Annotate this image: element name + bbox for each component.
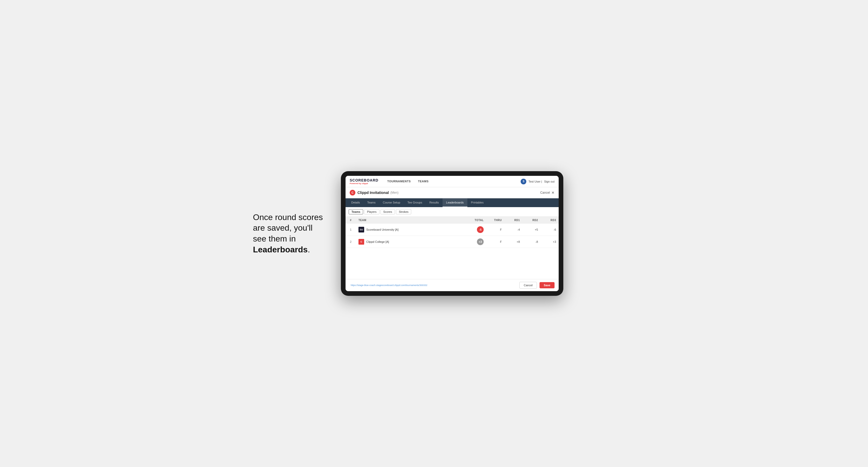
col-rd3: RD3 bbox=[540, 217, 559, 224]
rd1-cell: -4 bbox=[504, 224, 523, 236]
filter-players[interactable]: Players bbox=[364, 209, 379, 214]
rd2-cell: +5 bbox=[523, 224, 540, 236]
score-badge: +3 bbox=[477, 239, 484, 245]
tab-details[interactable]: Details bbox=[348, 198, 364, 207]
cancel-button[interactable]: Cancel bbox=[519, 282, 537, 288]
rd2-cell: -8 bbox=[523, 236, 540, 248]
cancel-header-button[interactable]: Cancel ✕ bbox=[540, 191, 555, 195]
logo-area: SCOREBOARD Powered by clippd bbox=[350, 178, 378, 185]
leaderboards-highlight: Leaderboards bbox=[253, 245, 308, 254]
tab-results[interactable]: Results bbox=[426, 198, 442, 207]
rd1-cell: +8 bbox=[504, 236, 523, 248]
col-hash: # bbox=[345, 217, 356, 224]
tab-leaderboards[interactable]: Leaderboards bbox=[442, 198, 467, 207]
sidebar-text: Once round scores are saved, you'll see … bbox=[253, 212, 326, 255]
team-name: Clippd College [A] bbox=[366, 240, 389, 243]
rd3-cell: -6 bbox=[540, 224, 559, 236]
col-total: TOTAL bbox=[468, 217, 486, 224]
logo-title: SCOREBOARD bbox=[350, 178, 378, 182]
total-cell: -5 bbox=[468, 224, 486, 236]
nav-tournaments[interactable]: TOURNAMENTS bbox=[383, 176, 414, 187]
filter-strokes[interactable]: Strokes bbox=[396, 209, 411, 214]
col-thru: THRU bbox=[486, 217, 504, 224]
table-row: 2CClippd College [A]+3F+8-8+3 bbox=[345, 236, 559, 248]
close-icon: ✕ bbox=[551, 191, 555, 195]
leaderboard-table: # TEAM TOTAL THRU RD1 RD2 RD3 1SUScorebo… bbox=[345, 217, 559, 248]
content-spacer bbox=[345, 248, 559, 279]
logo-sub: Powered by clippd bbox=[350, 182, 378, 185]
tab-tee-groups[interactable]: Tee Groups bbox=[404, 198, 426, 207]
sidebar-description: Once round scores are saved, you'll see … bbox=[253, 213, 323, 254]
total-cell: +3 bbox=[468, 236, 486, 248]
user-avatar: S bbox=[521, 179, 526, 184]
team-name: Scoreboard University [A] bbox=[366, 228, 399, 231]
thru-cell: F bbox=[486, 224, 504, 236]
tournament-gender: (Men) bbox=[390, 191, 398, 194]
thru-cell: F bbox=[486, 236, 504, 248]
team-cell: CClippd College [A] bbox=[356, 236, 468, 248]
sub-tabs: Details Teams Course Setup Tee Groups Re… bbox=[345, 198, 559, 207]
nav-links: TOURNAMENTS TEAMS bbox=[383, 176, 521, 187]
rank-cell: 1 bbox=[345, 224, 356, 236]
tablet-frame: SCOREBOARD Powered by clippd TOURNAMENTS… bbox=[341, 171, 563, 296]
team-logo: C bbox=[359, 239, 364, 245]
tablet-screen: SCOREBOARD Powered by clippd TOURNAMENTS… bbox=[345, 176, 559, 291]
score-badge: -5 bbox=[477, 226, 484, 233]
footer-url: https://stage-blue-coach.stagescoreboard… bbox=[350, 284, 427, 286]
tab-course-setup[interactable]: Course Setup bbox=[379, 198, 404, 207]
team-cell: SUScoreboard University [A] bbox=[356, 224, 468, 236]
tab-printables[interactable]: Printables bbox=[467, 198, 487, 207]
rank-cell: 2 bbox=[345, 236, 356, 248]
filter-teams[interactable]: Teams bbox=[349, 209, 363, 214]
footer-bar: https://stage-blue-coach.stagescoreboard… bbox=[345, 279, 559, 291]
tournament-icon: C bbox=[350, 190, 355, 195]
tournament-name: Clippd Invitational bbox=[358, 191, 389, 195]
tab-teams[interactable]: Teams bbox=[364, 198, 379, 207]
col-rd1: RD1 bbox=[504, 217, 523, 224]
save-button[interactable]: Save bbox=[539, 282, 555, 288]
table-row: 1SUScoreboard University [A]-5F-4+5-6 bbox=[345, 224, 559, 236]
top-nav: SCOREBOARD Powered by clippd TOURNAMENTS… bbox=[345, 176, 559, 187]
col-rd2: RD2 bbox=[523, 217, 540, 224]
nav-teams[interactable]: TEAMS bbox=[414, 176, 432, 187]
filter-scores[interactable]: Scores bbox=[380, 209, 395, 214]
user-name: Test User | bbox=[528, 180, 542, 183]
rd3-cell: +3 bbox=[540, 236, 559, 248]
tournament-header: C Clippd Invitational (Men) Cancel ✕ bbox=[345, 187, 559, 198]
sign-out-link[interactable]: Sign out bbox=[544, 180, 555, 183]
col-team: TEAM bbox=[356, 217, 468, 224]
team-logo: SU bbox=[359, 227, 364, 232]
filter-bar: Teams Players Scores Strokes bbox=[345, 207, 559, 217]
nav-right: S Test User | Sign out bbox=[521, 179, 555, 184]
